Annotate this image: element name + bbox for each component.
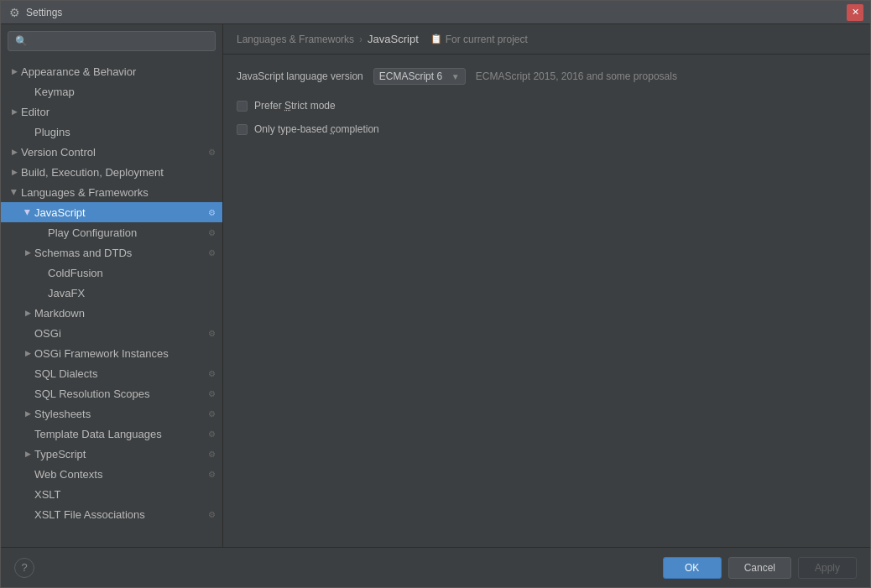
sidebar-item-keymap[interactable]: ▶ Keymap [1,81,222,101]
sidebar-item-play-config[interactable]: ▶ Play Configuration ⚙ [1,222,222,242]
sidebar: 🔍 ▶ Appearance & Behavior ▶ Keymap ▶ Edi… [1,24,223,547]
expand-arrow: ▶ [21,447,34,461]
sidebar-item-label: Languages & Frameworks [21,186,216,199]
dropdown-arrow-icon: ▼ [451,72,460,81]
expand-arrow: ▶ [21,407,34,420]
search-icon: 🔍 [15,35,28,47]
title-bar: ⚙ Settings ✕ [1,1,870,24]
action-buttons: OK Cancel Apply [663,557,857,579]
settings-icon: ⚙ [208,429,216,439]
expand-arrow: ▶ [8,105,21,118]
js-version-dropdown[interactable]: ECMAScript 6 ▼ [373,68,466,85]
strict-mode-row: Prefer Strict mode [237,98,857,113]
sidebar-item-label: Play Configuration [48,226,205,239]
sidebar-item-javafx[interactable]: ▶ JavaFX [1,283,222,303]
js-version-desc: ECMAScript 2015, 2016 and some proposals [476,70,677,82]
project-icon: 📋 [430,34,442,44]
sidebar-item-label: Plugins [34,126,216,138]
sidebar-item-coldfusion[interactable]: ▶ ColdFusion [1,263,222,283]
sidebar-item-label: Schemas and DTDs [34,247,205,259]
settings-panel: JavaScript language version ECMAScript 6… [223,55,870,547]
sidebar-item-stylesheets[interactable]: ▶ Stylesheets ⚙ [1,403,222,424]
sidebar-item-label: OSGi Framework Instances [34,347,216,360]
sidebar-item-label: SQL Resolution Scopes [34,388,205,400]
sidebar-item-javascript[interactable]: ▶ JavaScript ⚙ [1,202,222,222]
sidebar-item-plugins[interactable]: ▶ Plugins [1,122,222,142]
sidebar-item-languages[interactable]: ▶ Languages & Frameworks [1,182,222,202]
sidebar-item-label: Keymap [34,86,216,98]
right-panel: Languages & Frameworks › JavaScript 📋 Fo… [223,24,870,547]
type-based-checkbox[interactable] [237,124,248,135]
project-label: For current project [446,34,528,45]
strict-mode-checkbox[interactable] [237,101,248,112]
settings-icon: ⚙ [208,329,216,338]
help-button[interactable]: ? [14,558,34,578]
sidebar-item-version-control[interactable]: ▶ Version Control ⚙ [1,142,222,162]
close-button[interactable]: ✕ [847,4,863,21]
sidebar-item-label: SQL Dialects [34,367,205,380]
settings-icon: ⚙ [208,450,216,459]
sidebar-item-xslt-file-assoc[interactable]: ▶ XSLT File Associations ⚙ [1,504,222,524]
sidebar-item-web-contexts[interactable]: ▶ Web Contexts ⚙ [1,464,222,484]
sidebar-item-typescript[interactable]: ▶ TypeScript ⚙ [1,444,222,464]
settings-icon: ⚙ [208,470,216,479]
settings-icon: ⚙ [208,389,216,398]
type-based-row: Only type-based completion [237,122,857,137]
breadcrumb-current: JavaScript [368,33,419,45]
sidebar-item-label: TypeScript [34,448,205,461]
sidebar-item-appearance[interactable]: ▶ Appearance & Behavior [1,61,222,81]
sidebar-item-label: Editor [21,106,216,118]
breadcrumb-separator: › [359,34,362,45]
sidebar-item-label: Web Contexts [34,468,205,481]
settings-icon: ⚙ [208,409,216,419]
ok-button[interactable]: OK [663,557,722,579]
sidebar-item-osgi[interactable]: ▶ OSGi ⚙ [1,323,222,343]
search-box[interactable]: 🔍 [8,31,216,51]
sidebar-item-label: Build, Execution, Deployment [21,166,216,179]
sidebar-item-label: OSGi [34,327,205,340]
sidebar-item-osgi-framework[interactable]: ▶ OSGi Framework Instances [1,343,222,363]
sidebar-item-label: Template Data Languages [34,428,205,440]
settings-icon: ⚙ [208,148,216,157]
cancel-button[interactable]: Cancel [728,557,791,579]
expand-arrow: ▶ [21,306,34,320]
breadcrumb-project: 📋 For current project [430,34,528,45]
sidebar-item-markdown[interactable]: ▶ Markdown [1,303,222,323]
main-content: 🔍 ▶ Appearance & Behavior ▶ Keymap ▶ Edi… [1,24,870,547]
breadcrumb-parent: Languages & Frameworks [237,34,354,45]
type-based-label: Only type-based completion [254,123,379,135]
js-version-row: JavaScript language version ECMAScript 6… [237,68,857,85]
apply-button[interactable]: Apply [798,557,857,579]
bottom-bar: ? OK Cancel Apply [1,547,870,587]
expand-arrow: ▶ [21,206,34,219]
sidebar-item-sql-resolution[interactable]: ▶ SQL Resolution Scopes ⚙ [1,383,222,403]
sidebar-item-label: Appearance & Behavior [21,65,216,78]
sidebar-item-template-data[interactable]: ▶ Template Data Languages ⚙ [1,424,222,444]
settings-icon: ⚙ [208,369,216,378]
expand-arrow: ▶ [21,346,34,360]
sidebar-tree: ▶ Appearance & Behavior ▶ Keymap ▶ Edito… [1,58,222,547]
sidebar-item-sql-dialects[interactable]: ▶ SQL Dialects ⚙ [1,363,222,383]
strict-mode-label: Prefer Strict mode [254,100,336,112]
sidebar-item-label: Version Control [21,146,205,159]
sidebar-item-label: JavaFX [48,287,216,299]
js-version-value: ECMAScript 6 [379,70,448,82]
js-version-label: JavaScript language version [237,70,363,82]
sidebar-item-label: XSLT [34,488,216,501]
search-input[interactable] [33,35,208,47]
sidebar-item-editor[interactable]: ▶ Editor [1,101,222,122]
sidebar-item-build[interactable]: ▶ Build, Execution, Deployment [1,162,222,182]
sidebar-item-schemas[interactable]: ▶ Schemas and DTDs ⚙ [1,242,222,263]
window-icon: ⚙ [8,6,21,19]
sidebar-item-label: XSLT File Associations [34,508,205,521]
sidebar-item-label: ColdFusion [48,267,216,279]
settings-window: ⚙ Settings ✕ 🔍 ▶ Appearance & Behavior ▶… [0,0,871,588]
expand-arrow: ▶ [21,246,34,259]
expand-arrow: ▶ [8,185,21,199]
sidebar-item-label: Markdown [34,307,216,320]
window-title: Settings [26,7,847,18]
sidebar-item-label: JavaScript [34,206,205,219]
sidebar-item-xslt[interactable]: ▶ XSLT [1,484,222,504]
settings-icon: ⚙ [208,208,216,217]
expand-arrow: ▶ [8,145,21,159]
